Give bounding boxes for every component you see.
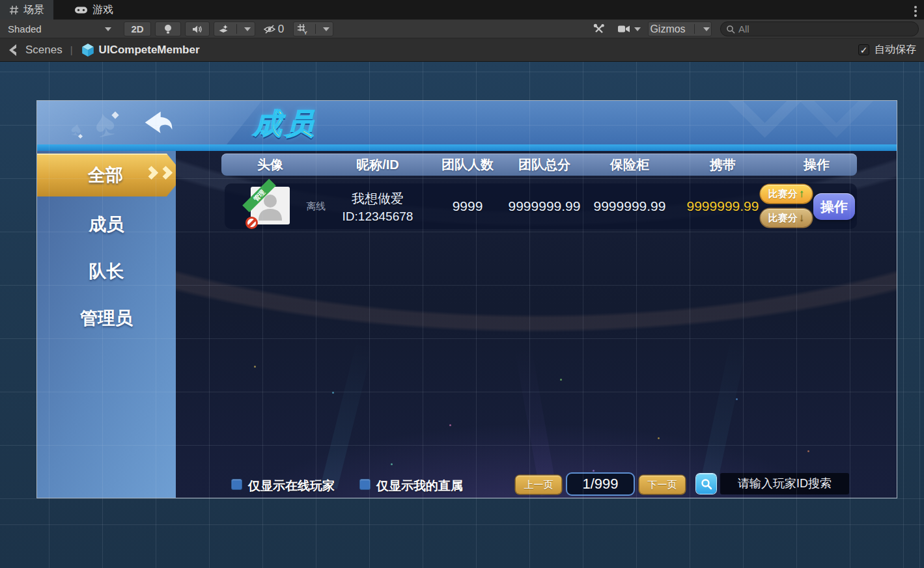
filter-direct-label: 仅显示我的直属 (376, 478, 463, 494)
lightbulb-icon (163, 24, 173, 34)
next-page-button[interactable]: 下一页 (639, 476, 685, 494)
search-icon (701, 478, 712, 490)
autosave-checkbox[interactable]: ✓ (858, 44, 869, 55)
light-beam-decor (701, 333, 748, 483)
col-vault: 保险柜 (590, 156, 669, 174)
prefab-cube-icon (81, 43, 95, 57)
hidden-objects-button[interactable]: 0 (258, 21, 289, 36)
eye-slash-icon (263, 24, 276, 34)
scene-grid-icon (9, 5, 19, 15)
tools-settings-button[interactable] (588, 21, 610, 36)
col-action: 操作 (776, 156, 857, 174)
team-total-value: 9999999.99 (499, 198, 590, 214)
col-nickname-id: 昵称/ID (319, 156, 436, 174)
chevron-down-icon (703, 27, 710, 31)
header-strip (37, 144, 897, 151)
2d-toggle-button[interactable]: 2D (124, 21, 151, 36)
camera-settings-dropdown[interactable] (613, 21, 645, 36)
chevron-decor (792, 101, 880, 138)
back-button[interactable] (143, 109, 174, 140)
col-team-count: 团队人数 (436, 156, 499, 174)
gamepad-icon (74, 6, 88, 14)
table-header: 头像 昵称/ID 团队人数 团队总分 保险柜 携带 操作 (221, 154, 857, 176)
banned-icon (245, 217, 258, 229)
tab-scene-label: 场景 (23, 3, 44, 17)
chevron-down-icon (634, 27, 641, 31)
autosave-label: 自动保存 (875, 43, 916, 57)
page-title: 成员 (223, 105, 347, 143)
player-id-search-input[interactable] (720, 473, 849, 494)
breadcrumb-object[interactable]: UICompeteMember (99, 44, 200, 57)
gizmos-label: Gizmos (650, 23, 685, 35)
scene-viewport[interactable]: ♠ ♠ 成员 全部 成员 (0, 62, 924, 568)
sidebar-item-captain[interactable]: 队长 (37, 254, 176, 289)
unity-scenes-icon[interactable] (7, 43, 21, 57)
effects-dropdown-button[interactable] (214, 21, 255, 36)
score-down-button[interactable]: 比赛分 ↓ (761, 209, 812, 227)
col-carry: 携带 (669, 156, 776, 174)
light-beam-decor (321, 340, 374, 489)
breadcrumb-separator: | (70, 44, 73, 55)
arrow-down-icon: ↓ (799, 211, 805, 224)
chevron-decor (721, 101, 808, 138)
player-id: ID:12345678 (322, 210, 433, 224)
wrench-hammer-icon (593, 23, 605, 34)
chevron-down-icon (323, 27, 329, 31)
sidebar-item-admin[interactable]: 管理员 (37, 301, 176, 336)
autosave-control: ✓ 自动保存 (858, 43, 916, 57)
gizmos-dropdown[interactable]: Gizmos (648, 21, 712, 36)
score-up-button[interactable]: 比赛分 ↑ (761, 185, 812, 203)
col-avatar: 头像 (221, 156, 319, 174)
shading-mode-dropdown[interactable]: Shaded (3, 21, 117, 36)
sidebar-item-members[interactable]: 成员 (37, 207, 176, 242)
prev-page-button[interactable]: 上一页 (516, 476, 561, 494)
grid-axis-icon: Y (297, 23, 308, 34)
nickname-block: 我想做爱 ID:12345678 (322, 190, 433, 224)
hidden-count: 0 (278, 23, 284, 36)
filter-direct-checkbox[interactable] (359, 479, 371, 490)
scene-search-field[interactable] (720, 21, 919, 36)
filter-online-label: 仅显示在线玩家 (248, 478, 335, 494)
panel-header: ♠ ♠ 成员 (37, 101, 897, 151)
tab-game-label: 游戏 (92, 3, 113, 17)
effects-icon (218, 24, 229, 34)
unity-editor-window: 场景 游戏 Shaded 2D 0 (0, 0, 924, 568)
page-indicator[interactable]: 1/999 (566, 472, 635, 496)
scene-search-input[interactable] (738, 23, 895, 34)
double-chevron-icon (147, 168, 171, 178)
sidebar-item-label: 管理员 (80, 306, 133, 330)
members-panel: ♠ ♠ 成员 全部 成员 (37, 101, 897, 498)
arrow-up-icon: ↑ (799, 187, 805, 200)
action-button[interactable]: 操作 (813, 193, 855, 220)
kebab-menu-icon[interactable] (914, 4, 917, 16)
sidebar-item-label: 队长 (89, 260, 124, 283)
camera-icon (617, 25, 630, 33)
2d-label: 2D (131, 23, 143, 34)
audio-toggle-button[interactable] (185, 21, 210, 36)
speaker-icon (192, 25, 203, 34)
lighting-toggle-button[interactable] (155, 21, 181, 36)
grid-visibility-dropdown[interactable]: Y (293, 21, 333, 36)
scene-toolbar: Shaded 2D 0 Y (0, 20, 924, 38)
search-button[interactable] (696, 474, 716, 494)
sidebar-item-all[interactable]: 全部 (37, 154, 184, 196)
confetti-decor (254, 366, 256, 368)
nickname: 我想做爱 (322, 190, 433, 208)
breadcrumb-scenes[interactable]: Scenes (25, 44, 63, 57)
chevron-down-icon (105, 27, 111, 31)
filter-online-checkbox[interactable] (231, 479, 242, 490)
table-row[interactable]: 管理 离线 我想做爱 ID:12345678 9999 9999999.99 9… (225, 183, 857, 229)
editor-tab-bar: 场景 游戏 (0, 0, 924, 20)
svg-text:Y: Y (304, 30, 308, 35)
shading-mode-label: Shaded (8, 23, 42, 34)
light-beam-decor (514, 345, 557, 496)
sidebar-item-label: 全部 (88, 163, 123, 187)
col-team-total: 团队总分 (499, 156, 590, 174)
breadcrumb: Scenes | UICompeteMember (0, 38, 924, 62)
vault-value: 9999999.99 (584, 198, 675, 214)
sidebar: 全部 成员 队长 管理员 (37, 151, 176, 498)
score-down-label: 比赛分 (768, 212, 798, 224)
search-icon (726, 25, 735, 34)
tab-game[interactable]: 游戏 (65, 0, 122, 20)
tab-scene[interactable]: 场景 (0, 0, 53, 20)
